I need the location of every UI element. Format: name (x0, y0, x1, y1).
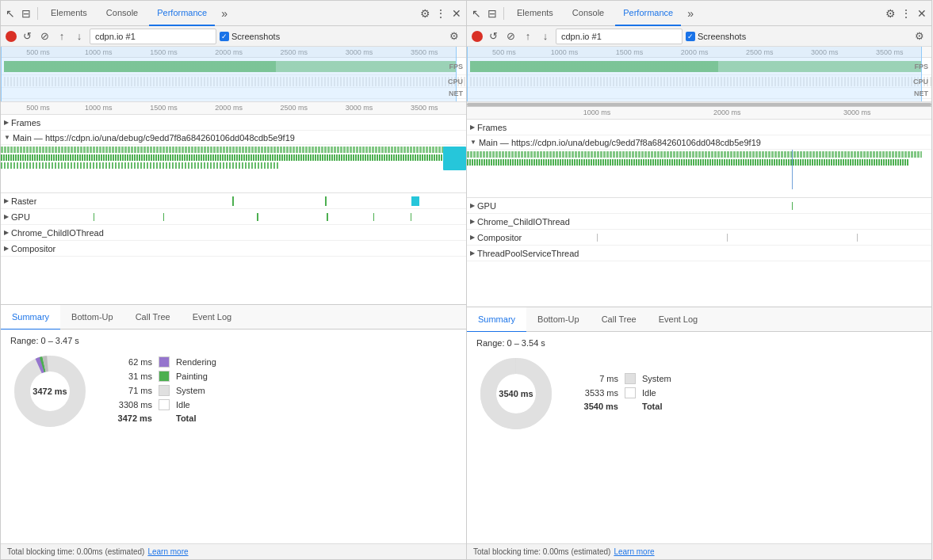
fps-row-left: FPS (1, 58, 466, 75)
tab-console[interactable]: Console (98, 1, 146, 26)
compositor-track-left[interactable]: ▶ Compositor (1, 241, 466, 257)
left-name-system: System (176, 386, 205, 395)
left-status-text: Total blocking time: 0.00ms (estimated) (7, 547, 144, 556)
summary-tab-right[interactable]: Summary (467, 307, 526, 333)
tick-3000: 3000 ms (346, 48, 373, 56)
export-btn-left[interactable]: ↓ (72, 29, 86, 44)
left-learn-more[interactable]: Learn more (147, 547, 188, 556)
threadpool-track-right[interactable]: ▶ ThreadPoolServiceThread (467, 246, 931, 261)
compositor-track-right[interactable]: ▶ Compositor (467, 230, 931, 246)
screenshots-checkbox-left[interactable]: ✓ (220, 32, 229, 41)
close-icon-right[interactable]: ✕ (916, 7, 928, 20)
cursor-icon[interactable]: ↖ (4, 7, 17, 20)
r-d-tick-2000: 2000 ms (713, 109, 741, 116)
main-arrow-right: ▼ (470, 139, 476, 146)
url-bar-left[interactable]: cdpn.io #1 (90, 29, 216, 44)
more-tabs-right[interactable]: » (684, 7, 697, 20)
net-row-right: NET (467, 88, 931, 99)
left-panel: ↖ ⊟ Elements Console Performance » ⚙ ⋮ ✕… (0, 0, 466, 560)
frames-track-left[interactable]: ▶ Frames (1, 115, 466, 131)
raster-track-left[interactable]: ▶ Raster (1, 193, 466, 209)
svg-text:3540 ms: 3540 ms (499, 389, 533, 398)
right-scroll-thumb[interactable] (467, 103, 931, 106)
right-learn-more[interactable]: Learn more (614, 547, 654, 556)
bottom-up-tab-right[interactable]: Bottom-Up (526, 307, 591, 333)
settings-icon-right[interactable]: ⚙ (884, 7, 897, 20)
chrome-child-label-right: ▶ Chrome_ChildIOThread (470, 217, 570, 227)
left-tab-bar: ↖ ⊟ Elements Console Performance » ⚙ ⋮ ✕ (1, 1, 466, 26)
more-icon-left[interactable]: ⋮ (434, 7, 447, 20)
capture-settings-right[interactable]: ⚙ (912, 29, 927, 44)
right-status-bar: Total blocking time: 0.00ms (estimated) … (467, 543, 931, 559)
d-tick-1500: 1500 ms (150, 104, 178, 112)
right-legend: 7 ms System 3533 ms Idle 3540 ms (575, 373, 671, 414)
more-icon-right[interactable]: ⋮ (900, 7, 912, 20)
tab-console-right[interactable]: Console (564, 1, 612, 26)
right-bottom-tabs: Summary Bottom-Up Call Tree Event Log (467, 307, 931, 332)
close-icon-left[interactable]: ✕ (450, 7, 463, 20)
main-label-left: ▼ Main — https://cdpn.io/una/debug/c9edd… (4, 133, 295, 143)
reload-btn-left[interactable]: ↺ (20, 29, 34, 44)
reload-btn-right[interactable]: ↺ (486, 29, 500, 44)
net-label-right: NET (914, 90, 928, 97)
gpu-track-right[interactable]: ▶ GPU (467, 198, 931, 214)
detail-ruler-right: 1000 ms 2000 ms 3000 ms (467, 107, 931, 120)
screenshots-check-left[interactable]: ✓ Screenshots (220, 32, 280, 41)
record-btn-right[interactable] (472, 31, 483, 42)
chrome-child-track-right[interactable]: ▶ Chrome_ChildIOThread (467, 214, 931, 230)
summary-tab-left[interactable]: Summary (1, 305, 60, 330)
import-btn-right[interactable]: ↑ (521, 29, 535, 44)
call-tree-tab-left[interactable]: Call Tree (124, 305, 182, 330)
left-pie-chart: 3472 ms (10, 352, 90, 431)
tab-performance-left[interactable]: Performance (149, 1, 215, 26)
main-track-right[interactable]: ▼ Main — https://cdpn.io/una/debug/c9edd… (467, 135, 931, 150)
tick-3500: 3500 ms (411, 48, 438, 56)
left-controls: ↺ ⊘ ↑ ↓ cdpn.io #1 ✓ Screenshots ⚙ (1, 26, 466, 47)
more-tabs-left[interactable]: » (218, 7, 231, 20)
settings-icon-left[interactable]: ⚙ (419, 7, 431, 20)
chrome-child-track-left[interactable]: ▶ Chrome_ChildIOThread (1, 225, 466, 241)
fps-label-right: FPS (914, 63, 928, 70)
main-arrow-left: ▼ (4, 134, 10, 141)
svg-text:3472 ms: 3472 ms (33, 387, 67, 396)
left-swatch-painting (159, 371, 170, 382)
event-log-tab-left[interactable]: Event Log (182, 305, 243, 330)
export-btn-right[interactable]: ↓ (538, 29, 553, 44)
tab-elements-right[interactable]: Elements (509, 1, 561, 26)
frames-track-right[interactable]: ▶ Frames (467, 120, 931, 135)
left-legend-painting: 31 ms Painting (109, 371, 216, 382)
fps-bar-right (470, 61, 931, 72)
left-range-label: Range: 0 – 3.47 s (10, 336, 457, 345)
cursor-icon-right[interactable]: ↖ (470, 7, 483, 20)
main-flame-left (1, 145, 466, 192)
record-btn-left[interactable] (6, 31, 17, 42)
url-text-left: cdpn.io #1 (95, 32, 136, 41)
clear-btn-left[interactable]: ⊘ (37, 29, 52, 44)
main-track-left[interactable]: ▼ Main — https://cdpn.io/una/debug/c9edd… (1, 131, 466, 145)
layers-icon[interactable]: ⊟ (20, 7, 33, 20)
tab-elements[interactable]: Elements (43, 1, 95, 26)
gpu-arrow-left: ▶ (4, 213, 9, 220)
gpu-track-left[interactable]: ▶ GPU (1, 209, 466, 225)
event-log-tab-right[interactable]: Event Log (648, 307, 709, 333)
r-d-tick-1000: 1000 ms (583, 109, 611, 116)
bottom-up-tab-left[interactable]: Bottom-Up (60, 305, 124, 330)
tick-1500: 1500 ms (150, 48, 178, 56)
call-tree-tab-right[interactable]: Call Tree (591, 307, 648, 333)
screenshots-checkbox-right[interactable]: ✓ (686, 32, 695, 41)
clear-btn-right[interactable]: ⊘ (503, 29, 518, 44)
tab-performance-right[interactable]: Performance (615, 1, 681, 26)
compositor-arrow-left: ▶ (4, 245, 9, 252)
compositor-label-left: ▶ Compositor (4, 244, 55, 253)
d-tick-1000: 1000 ms (85, 104, 113, 112)
url-bar-right[interactable]: cdpn.io #1 (556, 29, 683, 44)
d-tick-2500: 2500 ms (281, 104, 308, 112)
cpu-label-right: CPU (913, 78, 928, 86)
main-track-section-right: ▼ Main — https://cdpn.io/una/debug/c9edd… (467, 135, 931, 198)
screenshots-check-right[interactable]: ✓ Screenshots (686, 32, 746, 41)
layers-icon-right[interactable]: ⊟ (486, 7, 499, 20)
capture-settings-left[interactable]: ⚙ (447, 29, 461, 44)
r-tick-2500: 2500 ms (746, 48, 774, 56)
import-btn-left[interactable]: ↑ (55, 29, 69, 44)
d-tick-3500: 3500 ms (411, 104, 438, 112)
